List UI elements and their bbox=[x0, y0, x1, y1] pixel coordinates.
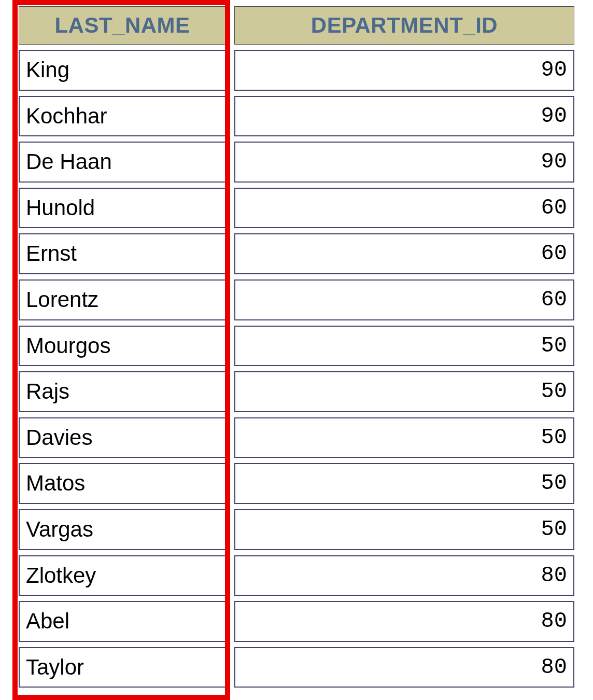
table-cell[interactable]: De Haan bbox=[19, 142, 226, 183]
table-cell[interactable]: Kochhar bbox=[19, 96, 226, 137]
table-cell[interactable]: 50 bbox=[234, 463, 574, 504]
column-header-department-id[interactable]: DEPARTMENT_ID bbox=[234, 6, 574, 45]
table-cell[interactable]: 80 bbox=[234, 601, 574, 642]
table-cell[interactable]: Taylor bbox=[19, 647, 226, 688]
table-cell[interactable]: Vargas bbox=[19, 509, 226, 550]
table-cell[interactable]: Mourgos bbox=[19, 326, 226, 367]
table-cell[interactable]: King bbox=[19, 50, 226, 91]
column-header-last-name[interactable]: LAST_NAME bbox=[19, 6, 226, 45]
table-cell[interactable]: 90 bbox=[234, 50, 574, 91]
table-cell[interactable]: 90 bbox=[234, 96, 574, 137]
table-cell[interactable]: 50 bbox=[234, 509, 574, 550]
table-cell[interactable]: 50 bbox=[234, 417, 574, 458]
table-cell[interactable]: Matos bbox=[19, 463, 226, 504]
table-cell[interactable]: Ernst bbox=[19, 233, 226, 274]
table-cell[interactable]: Lorentz bbox=[19, 279, 226, 320]
column-department-id: DEPARTMENT_ID 90 90 90 60 60 60 50 50 50… bbox=[234, 6, 574, 693]
table-cell[interactable]: Zlotkey bbox=[19, 555, 226, 596]
table-cell[interactable]: Abel bbox=[19, 601, 226, 642]
table-cell[interactable]: 50 bbox=[234, 326, 574, 367]
table-cell[interactable]: Davies bbox=[19, 417, 226, 458]
table-cell[interactable]: 80 bbox=[234, 555, 574, 596]
table-cell[interactable]: 90 bbox=[234, 142, 574, 183]
column-last-name: LAST_NAME King Kochhar De Haan Hunold Er… bbox=[19, 6, 226, 693]
table-cell[interactable]: 50 bbox=[234, 371, 574, 412]
table-cell[interactable]: Hunold bbox=[19, 188, 226, 229]
table-cell[interactable]: 60 bbox=[234, 279, 574, 320]
table-cell[interactable]: 80 bbox=[234, 647, 574, 688]
result-table: LAST_NAME King Kochhar De Haan Hunold Er… bbox=[0, 0, 593, 693]
table-cell[interactable]: Rajs bbox=[19, 371, 226, 412]
table-cell[interactable]: 60 bbox=[234, 233, 574, 274]
table-cell[interactable]: 60 bbox=[234, 188, 574, 229]
